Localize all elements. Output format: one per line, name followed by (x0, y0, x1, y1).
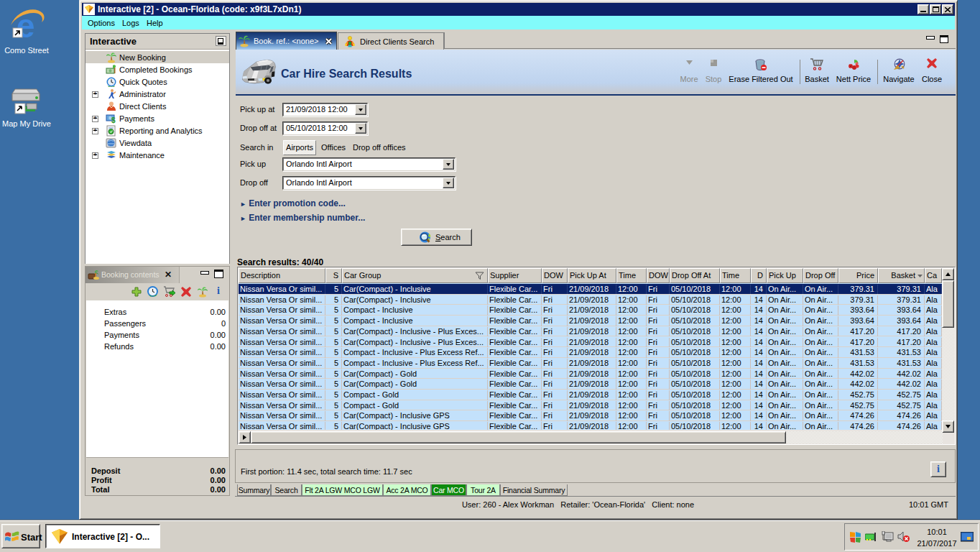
svg-text:$: $ (111, 116, 116, 124)
